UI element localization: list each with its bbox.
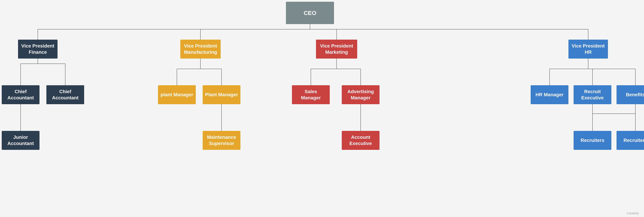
plant-manager-1-node: plant Manager: [158, 85, 196, 104]
advertising-manager-node: Advertising Manager: [342, 85, 380, 104]
chief-accountant-2-node: Chief Accountant: [46, 85, 84, 104]
hr-manager-node: HR Manager: [531, 85, 568, 104]
recruiters-2-node: Recruiters: [616, 131, 644, 150]
junior-accountant-node: Junior Accountant: [2, 131, 40, 150]
benefits-node: Benefits: [616, 85, 644, 104]
vp-finance-node: Vice President Finance: [18, 40, 58, 59]
connector-lines: [0, 0, 644, 217]
plant-manager-2-node: Plant Manager: [203, 85, 240, 104]
ceo-node: CEO: [286, 2, 334, 24]
maintenance-supervisor-node: Maintenance Supervisor: [203, 131, 240, 150]
watermark: creately: [627, 211, 639, 215]
recruiters-1-node: Recruiters: [574, 131, 611, 150]
vp-hr-node: Vice President HR: [568, 40, 608, 59]
account-executive-node: Account Executive: [342, 131, 380, 150]
recruit-executive-node: Recruit Executive: [574, 85, 611, 104]
vp-marketing-node: Vice President Marketing: [316, 40, 357, 59]
sales-manager-node: Sales Manager: [292, 85, 330, 104]
org-chart: CEO Vice President Finance Vice Presiden…: [0, 0, 644, 217]
vp-manufacturing-node: Vice President Manufacturing: [180, 40, 221, 59]
chief-accountant-1-node: Chief Accountant: [2, 85, 40, 104]
